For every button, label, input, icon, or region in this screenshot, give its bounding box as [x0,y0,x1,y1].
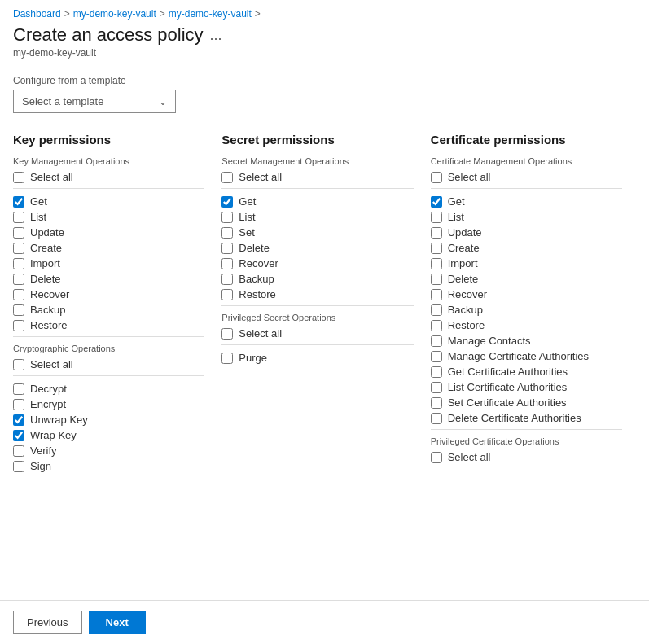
breadcrumb-dashboard[interactable]: Dashboard [13,8,61,20]
key-delete-label[interactable]: Delete [30,273,61,285]
crypto-encrypt-checkbox[interactable] [13,399,24,410]
crypto-unwrap-checkbox[interactable] [13,414,24,426]
key-recover-label[interactable]: Recover [30,288,69,300]
psec-select-all-checkbox[interactable] [221,328,233,340]
key-get-checkbox[interactable] [13,196,24,208]
cert-delete-ca-label[interactable]: Delete Certificate Authorities [448,412,581,424]
cert-backup-checkbox[interactable] [431,304,442,316]
sec-restore-label[interactable]: Restore [239,288,276,300]
cert-select-all-label[interactable]: Select all [448,171,491,183]
cert-restore-checkbox[interactable] [431,320,442,331]
sec-set-label[interactable]: Set [239,226,255,239]
sec-backup-checkbox[interactable] [221,274,233,285]
key-backup-label[interactable]: Backup [30,304,65,316]
cert-get-ca-checkbox[interactable] [431,366,442,378]
sec-restore-checkbox[interactable] [221,289,233,300]
psec-select-all-label[interactable]: Select all [239,327,282,340]
cert-recover-label[interactable]: Recover [448,288,487,300]
key-import-checkbox[interactable] [13,258,24,269]
sec-select-all-label[interactable]: Select all [239,171,282,183]
cert-list-checkbox[interactable] [431,212,442,223]
cert-get-ca-label[interactable]: Get Certificate Authorities [448,366,568,378]
breadcrumb-vault-2[interactable]: my-demo-key-vault [169,8,252,20]
chevron-down-icon: ⌄ [159,96,167,107]
key-update-label[interactable]: Update [30,226,64,239]
sec-delete-checkbox[interactable] [221,243,233,254]
cert-delete-ca-checkbox[interactable] [431,413,442,424]
cert-import-checkbox[interactable] [431,258,442,269]
psec-purge-label[interactable]: Purge [239,352,267,364]
key-update-checkbox[interactable] [13,227,24,239]
cert-update-checkbox[interactable] [431,227,442,239]
psec-purge-checkbox[interactable] [221,353,233,364]
crypto-sign-label[interactable]: Sign [30,460,51,472]
list-item: Delete [221,242,413,254]
cert-manage-contacts-checkbox[interactable] [431,335,442,347]
pcert-select-all-checkbox[interactable] [431,452,442,463]
crypto-wrap-label[interactable]: Wrap Key [30,429,77,441]
key-recover-checkbox[interactable] [13,289,24,300]
crypto-select-all-checkbox[interactable] [13,359,24,370]
key-get-label[interactable]: Get [30,195,47,208]
cert-restore-label[interactable]: Restore [448,319,485,331]
list-item: Restore [13,319,204,331]
sec-recover-label[interactable]: Recover [239,257,278,269]
cert-set-ca-label[interactable]: Set Certificate Authorities [448,396,567,409]
key-delete-checkbox[interactable] [13,274,24,285]
crypto-sign-checkbox[interactable] [13,461,24,472]
crypto-wrap-checkbox[interactable] [13,430,24,441]
crypto-verify-label[interactable]: Verify [30,445,57,457]
cert-list-ca-label[interactable]: List Certificate Authorities [448,381,568,393]
sec-get-label[interactable]: Get [239,195,256,208]
template-dropdown[interactable]: Select a template ⌄ [13,90,176,113]
cert-manage-ca-label[interactable]: Manage Certificate Authorities [448,350,589,362]
cert-list-label[interactable]: List [448,211,464,223]
cert-create-label[interactable]: Create [448,242,480,254]
cert-get-label[interactable]: Get [448,195,465,208]
sec-set-checkbox[interactable] [221,227,233,239]
key-import-label[interactable]: Import [30,257,60,269]
cert-create-checkbox[interactable] [431,243,442,254]
sec-backup-label[interactable]: Backup [239,273,274,285]
ellipsis-button[interactable]: ... [210,27,222,44]
cert-select-all-checkbox[interactable] [431,172,442,183]
key-restore-checkbox[interactable] [13,320,24,331]
next-button[interactable]: Next [89,611,146,634]
cert-update-label[interactable]: Update [448,226,482,239]
cert-recover-checkbox[interactable] [431,289,442,300]
cert-import-label[interactable]: Import [448,257,478,269]
key-select-all-checkbox[interactable] [13,172,24,183]
sec-list-label[interactable]: List [239,211,255,223]
crypto-select-all-label[interactable]: Select all [30,358,73,370]
cert-backup-label[interactable]: Backup [448,304,483,316]
key-restore-label[interactable]: Restore [30,319,68,331]
crypto-decrypt-label[interactable]: Decrypt [30,383,67,395]
crypto-encrypt-label[interactable]: Encrypt [30,398,66,410]
cert-get-checkbox[interactable] [431,196,442,208]
crypto-unwrap-label[interactable]: Unwrap Key [30,414,88,426]
cert-manage-contacts-label[interactable]: Manage Contacts [448,335,531,347]
sec-list-checkbox[interactable] [221,212,233,223]
previous-button[interactable]: Previous [13,611,82,634]
sec-recover-checkbox[interactable] [221,258,233,269]
key-create-label[interactable]: Create [30,242,62,254]
key-select-all-label[interactable]: Select all [30,171,73,183]
crypto-verify-checkbox[interactable] [13,445,24,457]
cert-delete-label[interactable]: Delete [448,273,479,285]
list-item: Recover [221,257,413,269]
sec-get-checkbox[interactable] [221,196,233,208]
sec-delete-label[interactable]: Delete [239,242,270,254]
pcert-select-all-label[interactable]: Select all [448,451,491,463]
key-backup-checkbox[interactable] [13,304,24,316]
sec-select-all-checkbox[interactable] [221,172,233,183]
list-item: Delete [431,273,622,285]
key-list-checkbox[interactable] [13,212,24,223]
cert-delete-checkbox[interactable] [431,274,442,285]
key-list-label[interactable]: List [30,211,46,223]
cert-manage-ca-checkbox[interactable] [431,351,442,362]
crypto-decrypt-checkbox[interactable] [13,383,24,395]
cert-set-ca-checkbox[interactable] [431,397,442,409]
key-create-checkbox[interactable] [13,243,24,254]
breadcrumb-vault-1[interactable]: my-demo-key-vault [73,8,156,20]
cert-list-ca-checkbox[interactable] [431,382,442,393]
